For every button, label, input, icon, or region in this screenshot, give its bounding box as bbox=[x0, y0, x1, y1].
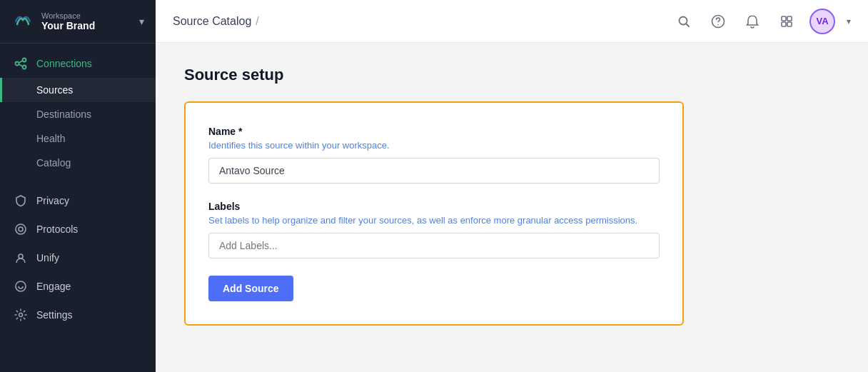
main: Source Catalog / bbox=[156, 0, 868, 372]
engage-icon bbox=[14, 279, 28, 293]
svg-point-10 bbox=[19, 313, 23, 317]
help-icon[interactable] bbox=[707, 10, 730, 33]
sources-label: Sources bbox=[36, 84, 73, 96]
sidebar-item-unify[interactable]: Unify bbox=[0, 243, 156, 272]
labels-field-group: Labels Set labels to help organize and f… bbox=[208, 201, 660, 258]
svg-point-9 bbox=[16, 281, 26, 291]
sidebar-item-settings[interactable]: Settings bbox=[0, 301, 156, 329]
svg-point-8 bbox=[19, 254, 23, 258]
privacy-icon bbox=[14, 193, 28, 208]
svg-rect-16 bbox=[787, 16, 792, 21]
chevron-down-icon: ▾ bbox=[139, 16, 144, 27]
page-title: Source setup bbox=[184, 66, 839, 84]
other-nav-section: Privacy Protocols Unify bbox=[0, 181, 156, 335]
settings-label: Settings bbox=[36, 309, 73, 321]
name-hint: Identifies this source within your works… bbox=[208, 140, 660, 151]
svg-point-6 bbox=[16, 224, 26, 234]
sidebar-item-engage[interactable]: Engage bbox=[0, 272, 156, 301]
health-label: Health bbox=[36, 133, 65, 144]
unify-label: Unify bbox=[36, 252, 59, 263]
grid-icon[interactable] bbox=[775, 10, 798, 33]
svg-rect-17 bbox=[782, 22, 786, 26]
svg-point-2 bbox=[23, 59, 26, 62]
svg-point-3 bbox=[23, 66, 26, 69]
workspace-name: Your Brand bbox=[41, 20, 139, 31]
settings-icon bbox=[14, 308, 28, 322]
content-area: Source setup Name * Identifies this sour… bbox=[156, 43, 868, 372]
sidebar-item-destinations[interactable]: Destinations bbox=[0, 102, 156, 126]
svg-line-12 bbox=[687, 24, 690, 26]
labels-label: Labels bbox=[208, 201, 660, 212]
breadcrumb-root: Source Catalog bbox=[173, 15, 251, 28]
svg-rect-15 bbox=[782, 16, 786, 21]
workspace-text: Workspace Your Brand bbox=[41, 11, 139, 31]
labels-hint: Set labels to help organize and filter y… bbox=[208, 215, 660, 226]
svg-line-4 bbox=[19, 61, 23, 63]
unify-icon bbox=[14, 251, 28, 265]
svg-line-5 bbox=[19, 64, 23, 66]
privacy-label: Privacy bbox=[36, 195, 69, 206]
topbar: Source Catalog / bbox=[156, 0, 868, 43]
workspace-label: Workspace bbox=[41, 11, 139, 20]
add-source-button[interactable]: Add Source bbox=[208, 276, 293, 301]
sidebar-item-health[interactable]: Health bbox=[0, 126, 156, 151]
avatar[interactable]: VA bbox=[809, 9, 835, 34]
sidebar-item-protocols[interactable]: Protocols bbox=[0, 215, 156, 243]
catalog-label: Catalog bbox=[36, 157, 71, 169]
workspace-header[interactable]: Workspace Your Brand ▾ bbox=[0, 0, 156, 44]
protocols-icon bbox=[14, 222, 28, 236]
svg-point-7 bbox=[19, 227, 23, 231]
search-icon[interactable] bbox=[672, 10, 695, 33]
svg-rect-18 bbox=[787, 22, 792, 26]
destinations-label: Destinations bbox=[36, 109, 91, 120]
connections-nav-item[interactable]: Connections bbox=[0, 49, 156, 78]
name-input[interactable] bbox=[208, 158, 660, 184]
connections-label: Connections bbox=[36, 58, 92, 69]
svg-point-1 bbox=[16, 62, 19, 66]
sub-nav: Sources Destinations Health Catalog bbox=[0, 78, 156, 175]
name-field-group: Name * Identifies this source within you… bbox=[208, 126, 660, 184]
breadcrumb: Source Catalog / bbox=[173, 15, 259, 28]
breadcrumb-slash: / bbox=[256, 15, 258, 28]
name-label: Name * bbox=[208, 126, 660, 137]
sidebar-item-privacy[interactable]: Privacy bbox=[0, 186, 156, 215]
connections-section: Connections Sources Destinations Health … bbox=[0, 44, 156, 181]
labels-input[interactable] bbox=[208, 233, 660, 258]
topbar-actions: VA ▾ bbox=[672, 9, 851, 34]
connections-icon bbox=[14, 56, 28, 71]
avatar-chevron-icon[interactable]: ▾ bbox=[847, 16, 851, 26]
sidebar-item-sources[interactable]: Sources bbox=[0, 78, 156, 102]
engage-label: Engage bbox=[36, 281, 71, 292]
source-setup-form: Name * Identifies this source within you… bbox=[184, 101, 684, 326]
svg-point-14 bbox=[717, 24, 719, 25]
svg-point-11 bbox=[680, 16, 687, 24]
sidebar-item-catalog[interactable]: Catalog bbox=[0, 151, 156, 175]
bell-icon[interactable] bbox=[741, 10, 764, 33]
protocols-label: Protocols bbox=[36, 223, 78, 235]
workspace-logo bbox=[11, 10, 34, 33]
sidebar: Workspace Your Brand ▾ Connections Sourc… bbox=[0, 0, 156, 372]
